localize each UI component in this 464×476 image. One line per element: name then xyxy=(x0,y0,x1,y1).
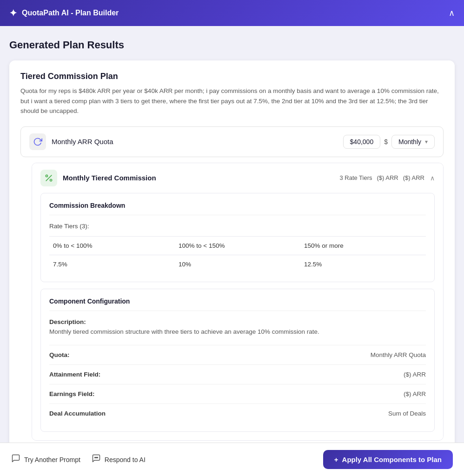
header-title: QuotaPath AI - Plan Builder xyxy=(22,9,119,17)
svg-point-5 xyxy=(97,457,98,458)
config-description-text: Monthly tiered commission structure with… xyxy=(49,327,426,337)
svg-point-4 xyxy=(96,457,97,458)
apply-plus-icon: + xyxy=(334,456,338,463)
page-title: Generated Plan Results xyxy=(9,39,455,51)
config-deal-label: Deal Accumulation xyxy=(49,410,106,417)
badge-tiers: 3 Rate Tiers xyxy=(339,174,372,181)
tier-rate-3: 12.5% xyxy=(300,255,426,273)
quota-row: Monthly ARR Quota $40,000 $ Monthly ▾ xyxy=(20,126,444,157)
config-box: Component Configuration Description: Mon… xyxy=(40,289,435,432)
config-deal-row: Deal Accumulation Sum of Deals xyxy=(49,403,426,423)
quota-label: Monthly ARR Quota xyxy=(52,138,338,145)
tier-range-1: 0% to < 100% xyxy=(49,237,175,255)
tiers-grid: 0% to < 100% 100% to < 150% 150% or more… xyxy=(49,236,426,273)
plan-card: Tiered Commission Plan Quota for my reps… xyxy=(9,60,455,452)
plan-title: Tiered Commission Plan xyxy=(20,72,444,81)
apply-button-label: Apply All Components to Plan xyxy=(342,456,442,463)
breakdown-title: Commission Breakdown xyxy=(49,202,426,215)
svg-point-1 xyxy=(46,175,47,177)
config-description-label: Description: xyxy=(49,318,426,325)
try-another-prompt-button[interactable]: Try Another Prompt xyxy=(11,454,80,465)
quota-period-selector[interactable]: Monthly ▾ xyxy=(391,135,435,149)
rate-tiers-label: Rate Tiers (3): xyxy=(49,223,426,230)
svg-point-3 xyxy=(95,457,96,458)
quota-amount[interactable]: $40,000 xyxy=(343,135,381,149)
try-prompt-icon xyxy=(11,454,20,465)
config-quota-row: Quota: Monthly ARR Quota xyxy=(49,345,426,364)
main-content: Generated Plan Results Tiered Commission… xyxy=(0,26,464,476)
respond-icon xyxy=(92,454,101,465)
header-left: ✦ QuotaPath AI - Plan Builder xyxy=(9,7,119,19)
config-title: Component Configuration xyxy=(49,298,426,311)
commission-icon xyxy=(40,170,57,186)
config-attainment-label: Attainment Field: xyxy=(49,371,100,378)
chevron-up-icon[interactable]: ∧ xyxy=(430,174,435,182)
breakdown-box: Commission Breakdown Rate Tiers (3): 0% … xyxy=(40,193,435,282)
quota-currency: $ xyxy=(384,138,388,145)
commission-label: Monthly Tiered Commission xyxy=(63,174,334,182)
quotapath-icon: ✦ xyxy=(9,7,17,19)
config-earnings-label: Earnings Field: xyxy=(49,390,95,397)
tier-range-2: 100% to < 150% xyxy=(175,237,300,255)
respond-label: Respond to AI xyxy=(105,456,146,463)
config-deal-value: Sum of Deals xyxy=(388,410,426,417)
footer: Try Another Prompt Respond to AI + Apply… xyxy=(0,443,464,476)
close-icon[interactable]: ∧ xyxy=(449,8,455,18)
commission-badges: 3 Rate Tiers ($) ARR ($) ARR xyxy=(339,174,424,181)
config-quota-label: Quota: xyxy=(49,351,70,358)
config-quota-value: Monthly ARR Quota xyxy=(371,351,426,358)
commission-header: Monthly Tiered Commission 3 Rate Tiers (… xyxy=(32,163,443,193)
badge-attainment: ($) ARR xyxy=(377,174,398,181)
commission-body: Commission Breakdown Rate Tiers (3): 0% … xyxy=(32,193,443,440)
quota-icon xyxy=(29,133,46,150)
badge-earnings: ($) ARR xyxy=(403,174,424,181)
chevron-down-icon: ▾ xyxy=(425,139,428,145)
svg-point-2 xyxy=(50,179,52,181)
header: ✦ QuotaPath AI - Plan Builder ∧ xyxy=(0,0,464,26)
tier-range-3: 150% or more xyxy=(300,237,426,255)
footer-links: Try Another Prompt Respond to AI xyxy=(11,454,146,465)
apply-all-components-button[interactable]: + Apply All Components to Plan xyxy=(323,450,453,469)
respond-to-ai-button[interactable]: Respond to AI xyxy=(92,454,146,465)
tier-rate-1: 7.5% xyxy=(49,255,175,273)
try-prompt-label: Try Another Prompt xyxy=(24,456,80,463)
quota-controls: $40,000 $ Monthly ▾ xyxy=(343,135,435,149)
config-attainment-row: Attainment Field: ($) ARR xyxy=(49,364,426,384)
config-earnings-value: ($) ARR xyxy=(404,390,426,397)
commission-section: Monthly Tiered Commission 3 Rate Tiers (… xyxy=(32,163,444,441)
config-attainment-value: ($) ARR xyxy=(404,371,426,378)
tier-rate-2: 10% xyxy=(175,255,300,273)
config-earnings-row: Earnings Field: ($) ARR xyxy=(49,384,426,403)
svg-line-0 xyxy=(46,175,52,181)
plan-description: Quota for my reps is $480k ARR per year … xyxy=(20,86,444,116)
